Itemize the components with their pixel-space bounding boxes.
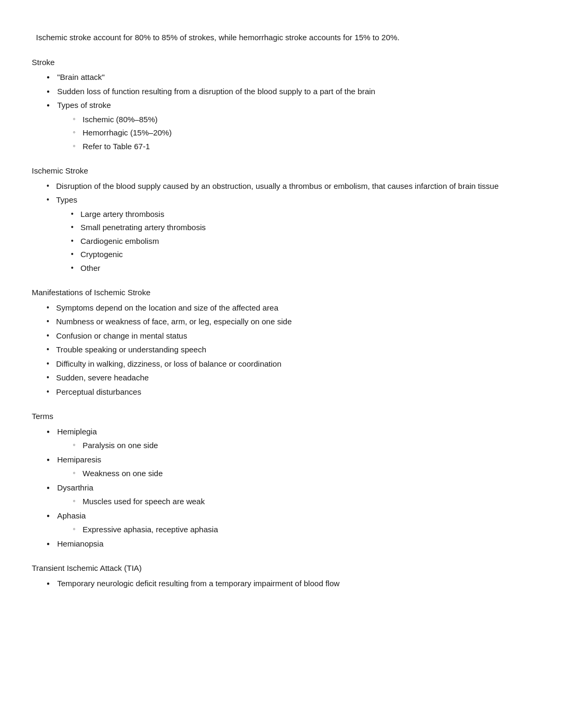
item-text: Temporary neurologic deficit resulting f… [57, 579, 340, 588]
item-text: Cryptogenic [80, 250, 123, 259]
list-item: Sudden loss of function resulting from a… [47, 86, 520, 98]
stroke-title: Stroke [32, 57, 520, 69]
list-item: Hemiparesis Weakness on one side [47, 454, 520, 480]
list-item: Hemorrhagic (15%–20%) [72, 127, 520, 139]
tia-title: Transient Ischemic Attack (TIA) [32, 562, 520, 575]
item-text: Perceptual disturbances [56, 387, 141, 396]
manifestations-section: Manifestations of Ischemic Stroke Sympto… [32, 287, 520, 398]
item-text: Other [80, 263, 101, 272]
term-sublist: Weakness on one side [57, 468, 520, 480]
ischemic-list: Disruption of the blood supply caused by… [32, 180, 520, 275]
term-sublist: Muscles used for speech are weak [57, 496, 520, 508]
item-text: Numbness or weakness of face, arm, or le… [56, 317, 292, 326]
item-text: Disruption of the blood supply caused by… [56, 181, 498, 190]
list-item: Disruption of the blood supply caused by… [47, 180, 520, 193]
item-text: Hemiplegia [57, 427, 97, 436]
item-text: Sudden loss of function resulting from a… [57, 87, 375, 96]
list-item: Types Large artery thrombosis Small pene… [47, 194, 520, 274]
item-text: Small penetrating artery thrombosis [80, 223, 206, 232]
list-item: Refer to Table 67-1 [72, 141, 520, 153]
stroke-list: "Brain attack" Sudden loss of function r… [32, 71, 520, 152]
types-sublist: Large artery thrombosis Small penetratin… [56, 208, 520, 275]
list-item: Difficulty in walking, dizziness, or los… [47, 358, 520, 370]
item-text: Trouble speaking or understanding speech [56, 345, 206, 354]
term-sublist: Expressive aphasia, receptive aphasia [57, 524, 520, 536]
intro-paragraph: Ischemic stroke account for 80% to 85% o… [32, 32, 520, 44]
list-item: Ischemic (80%–85%) [72, 114, 520, 126]
item-text: Ischemic (80%–85%) [83, 115, 158, 124]
list-item: Dysarthria Muscles used for speech are w… [47, 482, 520, 508]
item-text: Hemiparesis [57, 455, 101, 464]
item-text: Aphasia [57, 511, 86, 520]
intro-text: Ischemic stroke account for 80% to 85% o… [36, 33, 400, 42]
list-item: Muscles used for speech are weak [72, 496, 520, 508]
types-sublist: Ischemic (80%–85%) Hemorrhagic (15%–20%)… [57, 114, 520, 153]
item-text: Confusion or change in mental status [56, 331, 187, 340]
list-item: Small penetrating artery thrombosis [71, 222, 520, 234]
list-item: Other [71, 262, 520, 275]
ischemic-section: Ischemic Stroke Disruption of the blood … [32, 165, 520, 274]
list-item: Aphasia Expressive aphasia, receptive ap… [47, 510, 520, 536]
list-item: Sudden, severe headache [47, 372, 520, 384]
item-text: Types [56, 195, 77, 204]
item-text: Sudden, severe headache [56, 373, 149, 382]
list-item: Types of stroke Ischemic (80%–85%) Hemor… [47, 99, 520, 152]
item-text: Symptoms depend on the location and size… [56, 303, 278, 312]
item-text: Large artery thrombosis [80, 210, 164, 219]
terms-section: Terms Hemiplegia Paralysis on one side H… [32, 411, 520, 550]
terms-title: Terms [32, 411, 520, 423]
item-text: "Brain attack" [57, 72, 105, 81]
item-text: Difficulty in walking, dizziness, or los… [56, 359, 282, 368]
list-item: Cryptogenic [71, 249, 520, 261]
item-text: Cardiogenic embolism [80, 236, 159, 245]
term-sublist: Paralysis on one side [57, 440, 520, 452]
ischemic-title: Ischemic Stroke [32, 165, 520, 177]
list-item: Cardiogenic embolism [71, 235, 520, 248]
item-text: Expressive aphasia, receptive aphasia [83, 525, 218, 534]
list-item: Expressive aphasia, receptive aphasia [72, 524, 520, 536]
manifestations-title: Manifestations of Ischemic Stroke [32, 287, 520, 299]
list-item: Weakness on one side [72, 468, 520, 480]
list-item: Symptoms depend on the location and size… [47, 302, 520, 314]
terms-list: Hemiplegia Paralysis on one side Hemipar… [32, 426, 520, 550]
item-text: Hemorrhagic (15%–20%) [83, 128, 171, 137]
list-item: Numbness or weakness of face, arm, or le… [47, 316, 520, 328]
item-text: Types of stroke [57, 101, 111, 110]
list-item: Confusion or change in mental status [47, 330, 520, 342]
list-item: Large artery thrombosis [71, 208, 520, 221]
list-item: Hemianopsia [47, 538, 520, 550]
item-text: Dysarthria [57, 483, 93, 492]
item-text: Hemianopsia [57, 539, 104, 548]
list-item: Paralysis on one side [72, 440, 520, 452]
tia-list: Temporary neurologic deficit resulting f… [32, 578, 520, 590]
item-text: Paralysis on one side [83, 441, 158, 450]
list-item: Hemiplegia Paralysis on one side [47, 426, 520, 452]
list-item: Trouble speaking or understanding speech [47, 344, 520, 356]
stroke-section: Stroke "Brain attack" Sudden loss of fun… [32, 57, 520, 153]
list-item: Perceptual disturbances [47, 386, 520, 398]
list-item: Temporary neurologic deficit resulting f… [47, 578, 520, 590]
tia-section: Transient Ischemic Attack (TIA) Temporar… [32, 562, 520, 589]
list-item: "Brain attack" [47, 71, 520, 84]
item-text: Muscles used for speech are weak [83, 497, 205, 506]
manifestations-list: Symptoms depend on the location and size… [32, 302, 520, 398]
item-text: Refer to Table 67-1 [83, 142, 150, 151]
item-text: Weakness on one side [83, 469, 163, 478]
